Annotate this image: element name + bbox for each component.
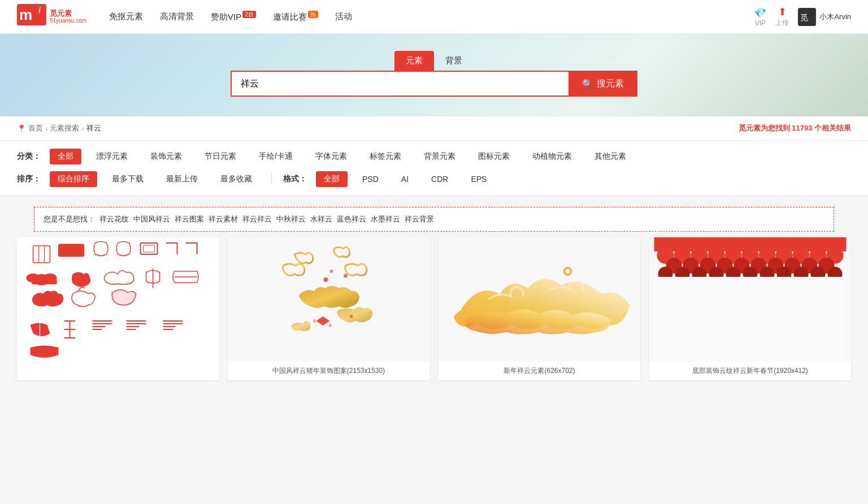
related-tag-7[interactable]: 蓝色祥云 xyxy=(337,214,366,224)
svg-point-23 xyxy=(566,269,570,273)
card-image-3 xyxy=(439,237,640,362)
vip-badge: 2折 xyxy=(242,11,256,18)
format-全部[interactable]: 全部 xyxy=(316,171,348,187)
related-tag-1[interactable]: 中国风祥云 xyxy=(133,214,170,224)
category-节日元素[interactable]: 节日元素 xyxy=(197,149,244,164)
nav-item-免抠元素[interactable]: 免抠元素 xyxy=(109,11,143,22)
card-title-4: 底部装饰云纹祥云新年春节(1920x412) xyxy=(649,362,851,380)
sort-最多收藏[interactable]: 最多收藏 xyxy=(212,171,260,187)
card-title-1 xyxy=(17,362,219,371)
content-area: 中国风祥云猪年装饰图案(2153x1530) xyxy=(0,237,868,397)
logo-domain: 51yuansu.com xyxy=(50,18,86,24)
card-image-1 xyxy=(17,237,219,362)
breadcrumb-current: 祥云 xyxy=(86,123,101,133)
logo[interactable]: m i 觅元素 51yuansu.com xyxy=(17,4,86,29)
search-banner: 元素 背景 🔍 搜元素 xyxy=(0,34,868,116)
svg-point-20 xyxy=(344,274,348,278)
filter-bar: 分类： 全部 漂浮元素 装饰元素 节日元素 手绘/卡通 字体元素 标签元素 背景… xyxy=(0,141,868,195)
card-title-3: 新年祥云元素(626x702) xyxy=(439,362,640,380)
format-PSD[interactable]: PSD xyxy=(354,172,387,186)
related-tag-6[interactable]: 水祥云 xyxy=(310,214,332,224)
vip-label: VIP xyxy=(755,19,766,27)
related-tag-9[interactable]: 祥云背景 xyxy=(405,214,434,224)
svg-rect-14 xyxy=(32,280,57,284)
result-number: 11793 xyxy=(792,124,812,132)
card-2[interactable]: 中国风祥云猪年装饰图案(2153x1530) xyxy=(228,237,429,380)
nav-item-邀请比赛[interactable]: 邀请比赛热 xyxy=(273,11,318,23)
search-input[interactable] xyxy=(231,71,568,97)
breadcrumb-home[interactable]: 首页 xyxy=(28,123,43,133)
category-全部[interactable]: 全部 xyxy=(50,149,81,164)
format-AI[interactable]: AI xyxy=(393,172,416,186)
related-tag-3[interactable]: 祥云素材 xyxy=(209,214,238,224)
sort-最多下载[interactable]: 最多下载 xyxy=(104,171,151,187)
svg-rect-5 xyxy=(33,246,50,263)
category-背景元素[interactable]: 背景元素 xyxy=(416,149,463,164)
header-right: 💎 VIP ⬆ 上传 觅 小木Arvin xyxy=(754,6,851,28)
related-tag-2[interactable]: 祥云图案 xyxy=(175,214,204,224)
category-字体元素[interactable]: 字体元素 xyxy=(307,149,355,164)
svg-rect-10 xyxy=(144,245,155,252)
breadcrumb-category[interactable]: 元素搜索 xyxy=(50,123,79,133)
card-title-2: 中国风祥云猪年装饰图案(2153x1530) xyxy=(228,362,429,380)
search-box: 🔍 搜元素 xyxy=(231,71,637,97)
diamond-icon: 💎 xyxy=(754,7,766,19)
svg-point-21 xyxy=(350,315,353,318)
related-container: 您是不是想找： 祥云花纹 中国风祥云 祥云图案 祥云素材 祥云祥云 中秋祥云 水… xyxy=(0,195,868,232)
nav-item-活动[interactable]: 活动 xyxy=(335,11,352,22)
category-手绘卡通[interactable]: 手绘/卡通 xyxy=(251,149,301,164)
nav-item-高清背景[interactable]: 高清背景 xyxy=(160,11,194,22)
sort-综合排序[interactable]: 综合排序 xyxy=(50,171,97,187)
header-vip-button[interactable]: 💎 VIP xyxy=(754,7,766,27)
logo-name: 觅元素 xyxy=(50,9,86,18)
upload-label: 上传 xyxy=(775,18,789,28)
user-menu[interactable]: 觅 小木Arvin xyxy=(798,8,851,26)
svg-text:觅: 觅 xyxy=(800,13,808,22)
related-tag-0[interactable]: 祥云花纹 xyxy=(99,214,129,224)
category-label: 分类： xyxy=(17,151,41,162)
related-tag-8[interactable]: 水墨祥云 xyxy=(371,214,400,224)
format-label: 格式： xyxy=(283,174,307,184)
tab-background[interactable]: 背景 xyxy=(434,51,474,71)
format-EPS[interactable]: EPS xyxy=(463,172,494,186)
breadcrumb: 📍 首页 › 元素搜索 › 祥云 xyxy=(17,123,101,133)
logo-icon: m i xyxy=(17,4,46,29)
svg-point-19 xyxy=(330,270,333,273)
format-CDR[interactable]: CDR xyxy=(423,172,456,186)
hot-badge: 热 xyxy=(308,11,318,18)
related-tag-4[interactable]: 祥云祥云 xyxy=(242,214,272,224)
sort-最新上传[interactable]: 最新上传 xyxy=(158,171,206,187)
sort-filter-row: 排序： 综合排序 最多下载 最新上传 最多收藏 格式： 全部 PSD AI CD… xyxy=(17,171,851,187)
category-动植物元素[interactable]: 动植物元素 xyxy=(524,149,580,164)
search-btn-label: 搜元素 xyxy=(597,78,624,90)
card-image-2 xyxy=(228,237,429,362)
search-tabs: 元素 背景 xyxy=(394,51,474,71)
results-grid: 中国风祥云猪年装饰图案(2153x1530) xyxy=(17,237,851,380)
upload-icon: ⬆ xyxy=(778,6,787,18)
search-button[interactable]: 🔍 搜元素 xyxy=(568,71,637,97)
card-4[interactable]: 底部装饰云纹祥云新年春节(1920x412) xyxy=(649,237,851,380)
nav-item-赞助VIP[interactable]: 赞助VIP2折 xyxy=(211,11,256,23)
card-image-4 xyxy=(649,237,851,362)
result-prefix: 觅元素为您找到 xyxy=(739,124,790,132)
category-其他元素[interactable]: 其他元素 xyxy=(587,149,634,164)
related-bar: 您是不是想找： 祥云花纹 中国风祥云 祥云图案 祥云素材 祥云祥云 中秋祥云 水… xyxy=(34,207,834,232)
header-upload-button[interactable]: ⬆ 上传 xyxy=(775,6,789,28)
tab-element[interactable]: 元素 xyxy=(394,51,434,71)
card-1[interactable] xyxy=(17,237,219,380)
category-filter-row: 分类： 全部 漂浮元素 装饰元素 节日元素 手绘/卡通 字体元素 标签元素 背景… xyxy=(17,149,851,164)
category-图标元素[interactable]: 图标元素 xyxy=(470,149,518,164)
sort-label: 排序： xyxy=(17,174,41,184)
category-标签元素[interactable]: 标签元素 xyxy=(362,149,409,164)
breadcrumb-sep-2: › xyxy=(81,124,84,133)
related-tag-5[interactable]: 中秋祥云 xyxy=(276,214,306,224)
related-label: 您是不是想找： xyxy=(44,214,95,224)
main-nav: 免抠元素 高清背景 赞助VIP2折 邀请比赛热 活动 xyxy=(109,11,754,23)
svg-text:m: m xyxy=(19,6,32,23)
user-name: 小木Arvin xyxy=(819,12,851,22)
category-装饰元素[interactable]: 装饰元素 xyxy=(142,149,190,164)
result-suffix: 个相关结果 xyxy=(814,124,851,132)
breadcrumb-sep-1: › xyxy=(45,124,47,133)
category-漂浮元素[interactable]: 漂浮元素 xyxy=(88,149,136,164)
card-3[interactable]: 新年祥云元素(626x702) xyxy=(439,237,640,380)
